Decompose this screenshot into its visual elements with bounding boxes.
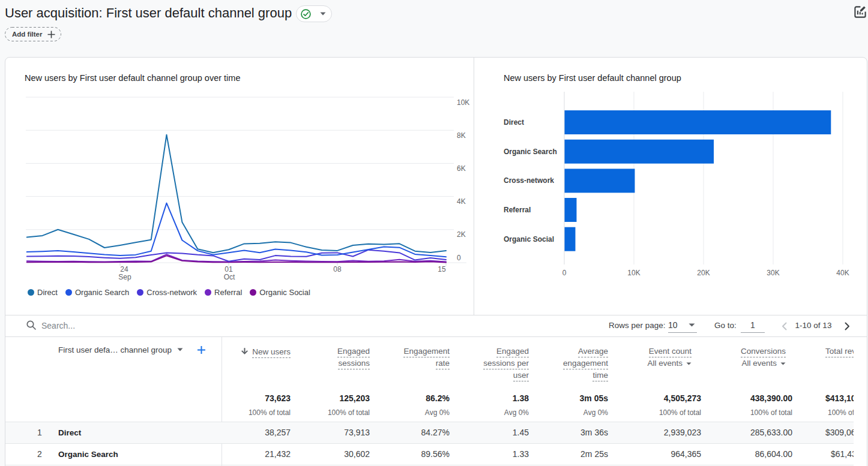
panel-divider xyxy=(474,58,474,315)
event-filter-dropdown[interactable]: All events xyxy=(611,357,692,369)
legend-label: Organic Search xyxy=(75,288,129,297)
cell-engaged-sessions: 30,602 xyxy=(280,444,370,465)
column-header-event-count[interactable]: Event countAll events4,505,273100% of to… xyxy=(611,337,701,422)
cell-engaged-sessions: 73,913 xyxy=(280,422,370,443)
event-filter-dropdown[interactable]: All events xyxy=(702,357,786,369)
cell-event-count: 964,365 xyxy=(611,444,701,465)
bar-category-label: Organic Search xyxy=(504,148,557,156)
sort-descending-icon[interactable] xyxy=(240,347,249,356)
dimension-header-dropdown[interactable]: First user defa… channel group xyxy=(58,344,206,356)
line-series-direct[interactable] xyxy=(27,135,446,253)
bar-direct[interactable] xyxy=(565,110,831,134)
bar-cross-network[interactable] xyxy=(565,169,635,193)
header-line: sessions xyxy=(280,357,370,369)
legend-dot xyxy=(65,289,72,296)
y-axis-label: 2K xyxy=(457,230,466,239)
column-header-new-users[interactable]: New users73,623100% of total xyxy=(200,337,291,422)
column-header-engaged-sessions[interactable]: Engagedsessions125,203100% of total xyxy=(280,337,370,422)
cell-average-engagement-time: 2m 25s xyxy=(518,444,608,465)
bar-referral[interactable] xyxy=(565,198,577,222)
data-table: First user defa… channel groupNew users7… xyxy=(5,337,854,466)
column-header-average-engagement-time[interactable]: Averageengagementtime3m 05sAvg 0% xyxy=(518,337,608,422)
cell-average-engagement-time: 3m 36s xyxy=(518,422,608,443)
rows-per-page-caret-icon[interactable] xyxy=(689,323,695,327)
x-axis-label: 10K xyxy=(627,269,640,277)
cell-event-count: 2,939,023 xyxy=(611,422,701,443)
x-axis-label: 30K xyxy=(767,269,779,277)
column-header-conversions[interactable]: ConversionsAll events438,390.00100% of t… xyxy=(702,337,792,422)
bar-category-label: Referral xyxy=(504,206,531,214)
legend-item-cross-network[interactable]: Cross-network xyxy=(137,288,197,297)
column-header-total-revenue[interactable]: Total revenue$413,108100% of total xyxy=(825,337,854,422)
cell-total-revenue: $309,06 xyxy=(825,422,854,443)
report-status-dropdown[interactable] xyxy=(296,5,332,22)
legend-item-organic-search[interactable]: Organic Search xyxy=(65,288,129,297)
x-axis-sublabel: Sep xyxy=(118,273,131,281)
chevron-down-icon xyxy=(686,362,692,365)
header-line: rate xyxy=(360,357,450,369)
header-line: engagement xyxy=(518,357,608,369)
pagination-range: 1-10 of 13 xyxy=(795,321,832,330)
line-chart[interactable]: 02K4K6K8K10K24Sep01Oct0815 xyxy=(5,58,474,315)
next-page-icon[interactable] xyxy=(841,320,853,332)
table-row-organic-search[interactable]: 2Organic Search21,43230,60289.56%1.332m … xyxy=(5,443,854,465)
goto-page-input[interactable]: 1 xyxy=(741,320,765,333)
header-line: Engaged xyxy=(439,345,529,357)
x-axis-label: 0 xyxy=(562,269,567,277)
report-card: New users by First user default channel … xyxy=(5,57,867,466)
x-axis-label: 08 xyxy=(333,265,342,273)
bar-category-label: Direct xyxy=(504,118,524,127)
x-axis-label: 20K xyxy=(697,269,710,277)
row-number: 2 xyxy=(29,444,50,465)
cell-total-revenue: $61,43 xyxy=(831,444,854,465)
add-filter-button[interactable]: Add filter xyxy=(5,27,62,41)
bar-category-label: Organic Social xyxy=(504,235,554,243)
cell-new-users: 38,257 xyxy=(200,422,291,443)
header-line: Conversions xyxy=(702,345,786,357)
header-line: time xyxy=(518,369,608,381)
search-input[interactable]: Search... xyxy=(41,321,75,330)
column-total-subtitle: 100% of total xyxy=(750,408,792,417)
legend-item-direct[interactable]: Direct xyxy=(28,288,58,297)
y-axis-label: 8K xyxy=(457,131,466,140)
cell-engagement-rate: 89.56% xyxy=(360,444,450,465)
column-header-engagement-rate[interactable]: Engagementrate86.2%Avg 0% xyxy=(360,337,450,422)
cell-new-users: 21,432 xyxy=(200,444,291,465)
table-toolbar: Search... Rows per page: 10 Go to: 1 1-1… xyxy=(5,315,867,337)
row-number: 1 xyxy=(29,422,50,443)
cell-conversions: 86,604.00 xyxy=(702,444,792,465)
previous-page-icon[interactable] xyxy=(779,320,791,332)
x-axis-label: 40K xyxy=(836,269,849,277)
table-header: First user defa… channel groupNew users7… xyxy=(5,337,854,422)
row-dimension-value: Direct xyxy=(58,422,81,443)
header-line: user xyxy=(439,369,529,381)
column-header-engaged-sessions-per-user[interactable]: Engagedsessions peruser1.38Avg 0% xyxy=(439,337,529,422)
cell-engaged-sessions-per-user: 1.33 xyxy=(439,444,529,465)
bar-organic-social[interactable] xyxy=(565,227,576,251)
check-circle-icon xyxy=(301,9,311,19)
table-row-direct[interactable]: 1Direct38,25773,91384.27%1.453m 36s2,939… xyxy=(5,422,854,443)
bar-chart[interactable]: 010K20K30K40KDirectOrganic SearchCross-n… xyxy=(474,58,863,315)
legend-item-referral[interactable]: Referral xyxy=(205,288,242,297)
column-total: $413,108 xyxy=(825,393,854,403)
column-total: 3m 05s xyxy=(580,393,608,403)
legend-label: Direct xyxy=(37,288,58,297)
legend-label: Cross-network xyxy=(146,288,197,297)
line-series-organic-search[interactable] xyxy=(27,203,446,257)
legend-item-organic-social[interactable]: Organic Social xyxy=(250,288,310,297)
legend-dot xyxy=(250,289,256,296)
column-total-subtitle: 100% of total xyxy=(659,408,701,417)
page-title: User acquisition: First user default cha… xyxy=(5,5,292,21)
column-total: 438,390.00 xyxy=(750,393,792,403)
edit-report-button[interactable] xyxy=(853,5,867,19)
x-axis-label: 24 xyxy=(120,265,128,273)
goto-page-label: Go to: xyxy=(714,321,737,330)
header-line: Total revenue xyxy=(825,345,854,357)
legend-dot xyxy=(28,289,34,296)
header-line: Engagement xyxy=(360,345,450,357)
cell-engaged-sessions-per-user: 1.45 xyxy=(439,422,529,443)
header-line: Event count xyxy=(611,345,692,357)
bar-organic-search[interactable] xyxy=(565,140,714,164)
ga4-user-acquisition-report: User acquisition: First user default cha… xyxy=(0,0,868,466)
chevron-down-icon xyxy=(320,12,326,16)
